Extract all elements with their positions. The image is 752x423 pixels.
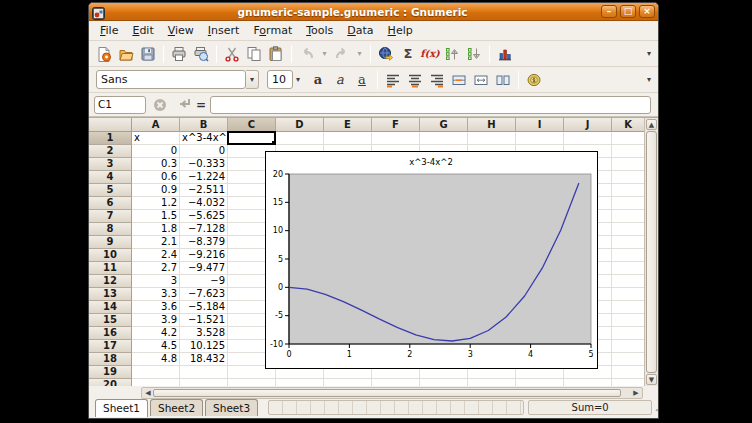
font-name-dropdown-icon[interactable]: ▾ xyxy=(246,70,259,89)
menu-tools[interactable]: Tools xyxy=(299,22,340,39)
cell-B10[interactable]: −9.216 xyxy=(180,249,228,262)
vertical-scroll-thumb[interactable] xyxy=(646,131,657,373)
maximize-button[interactable]: □ xyxy=(620,5,636,18)
cell-A9[interactable]: 2.1 xyxy=(132,236,180,249)
cell[interactable] xyxy=(612,314,644,327)
scroll-left-icon[interactable]: ◀ xyxy=(143,388,153,397)
column-header-E[interactable]: E xyxy=(324,118,372,132)
autosum-button[interactable]: Σ xyxy=(397,43,419,65)
cell-B14[interactable]: −5.184 xyxy=(180,301,228,314)
align-center-button[interactable] xyxy=(404,69,426,91)
row-header-16[interactable]: 16 xyxy=(89,327,132,340)
cell[interactable] xyxy=(324,379,372,386)
cell-B4[interactable]: −1.224 xyxy=(180,171,228,184)
print-button[interactable] xyxy=(168,43,190,65)
row-header-2[interactable]: 2 xyxy=(89,145,132,158)
paste-button[interactable] xyxy=(265,43,287,65)
cell-B2[interactable]: 0 xyxy=(180,145,228,158)
column-header-D[interactable]: D xyxy=(276,118,324,132)
cell-B3[interactable]: −0.333 xyxy=(180,158,228,171)
cell[interactable] xyxy=(612,288,644,301)
cell-B17[interactable]: 10.125 xyxy=(180,340,228,353)
cell[interactable] xyxy=(612,366,644,379)
italic-button[interactable]: a xyxy=(329,69,351,91)
print-preview-button[interactable] xyxy=(190,43,212,65)
underline-button[interactable]: a xyxy=(351,69,373,91)
cell[interactable] xyxy=(612,223,644,236)
redo-button[interactable] xyxy=(331,43,353,65)
cell-B18[interactable]: 18.432 xyxy=(180,353,228,366)
cell[interactable] xyxy=(516,132,564,145)
sort-descending-button[interactable] xyxy=(463,43,485,65)
cell[interactable] xyxy=(372,132,420,145)
undo-dropdown-icon[interactable]: ▾ xyxy=(318,43,331,65)
cell-A8[interactable]: 1.8 xyxy=(132,223,180,236)
cell-B13[interactable]: −7.623 xyxy=(180,288,228,301)
row-header-15[interactable]: 15 xyxy=(89,314,132,327)
cell[interactable] xyxy=(468,379,516,386)
fill-handle[interactable] xyxy=(272,141,276,145)
cell-A20[interactable] xyxy=(132,379,180,386)
open-button[interactable] xyxy=(115,43,137,65)
menu-view[interactable]: View xyxy=(161,22,201,39)
cell[interactable] xyxy=(612,158,644,171)
cell[interactable] xyxy=(420,379,468,386)
row-header-1[interactable]: 1 xyxy=(89,132,132,145)
cell[interactable] xyxy=(612,210,644,223)
font-size-select[interactable]: 10 xyxy=(267,70,293,89)
row-header-9[interactable]: 9 xyxy=(89,236,132,249)
font-size-dropdown-icon[interactable]: ▾ xyxy=(293,75,303,84)
cell[interactable] xyxy=(564,379,612,386)
cell-A13[interactable]: 3.3 xyxy=(132,288,180,301)
split-merge-button[interactable] xyxy=(492,69,514,91)
cell-A18[interactable]: 4.8 xyxy=(132,353,180,366)
menu-edit[interactable]: Edit xyxy=(125,22,160,39)
menu-format[interactable]: Format xyxy=(246,22,299,39)
row-header-19[interactable]: 19 xyxy=(89,366,132,379)
cell[interactable] xyxy=(612,301,644,314)
insert-chart-button[interactable] xyxy=(494,43,516,65)
enter-icon[interactable] xyxy=(174,95,194,115)
cell-B5[interactable]: −2.511 xyxy=(180,184,228,197)
bold-button[interactable]: a xyxy=(307,69,329,91)
cell-B6[interactable]: −4.032 xyxy=(180,197,228,210)
hyperlink-button[interactable] xyxy=(375,43,397,65)
cell-B16[interactable]: 3.528 xyxy=(180,327,228,340)
column-header-A[interactable]: A xyxy=(132,118,180,132)
horizontal-scroll-thumb[interactable] xyxy=(153,389,621,397)
vertical-scrollbar[interactable]: ▲ ▼ xyxy=(644,118,658,386)
close-button[interactable]: × xyxy=(639,5,655,18)
row-header-14[interactable]: 14 xyxy=(89,301,132,314)
sheet-tab-sheet2[interactable]: Sheet2 xyxy=(150,399,203,416)
row-header-17[interactable]: 17 xyxy=(89,340,132,353)
align-left-button[interactable] xyxy=(382,69,404,91)
equals-button[interactable]: = xyxy=(196,98,206,112)
cell[interactable] xyxy=(564,132,612,145)
cell-A6[interactable]: 1.2 xyxy=(132,197,180,210)
row-header-8[interactable]: 8 xyxy=(89,223,132,236)
row-header-13[interactable]: 13 xyxy=(89,288,132,301)
cell-A11[interactable]: 2.7 xyxy=(132,262,180,275)
save-button[interactable] xyxy=(137,43,159,65)
menu-file[interactable]: File xyxy=(93,22,125,39)
merge-cells-button[interactable] xyxy=(448,69,470,91)
cell[interactable] xyxy=(612,353,644,366)
cell-B20[interactable] xyxy=(180,379,228,386)
cell-B9[interactable]: −8.379 xyxy=(180,236,228,249)
function-button[interactable]: f(x) xyxy=(419,43,441,65)
cell-A15[interactable]: 3.9 xyxy=(132,314,180,327)
column-header-J[interactable]: J xyxy=(564,118,612,132)
scroll-right-icon[interactable]: ▶ xyxy=(631,388,641,397)
cell-A17[interactable]: 4.5 xyxy=(132,340,180,353)
row-header-11[interactable]: 11 xyxy=(89,262,132,275)
cell[interactable] xyxy=(612,197,644,210)
select-all-corner[interactable] xyxy=(89,118,132,132)
cell[interactable] xyxy=(276,132,324,145)
cell-A4[interactable]: 0.6 xyxy=(132,171,180,184)
cell-A10[interactable]: 2.4 xyxy=(132,249,180,262)
cell[interactable] xyxy=(372,379,420,386)
column-header-F[interactable]: F xyxy=(372,118,420,132)
cell-B8[interactable]: −7.128 xyxy=(180,223,228,236)
menu-help[interactable]: Help xyxy=(381,22,420,39)
row-header-5[interactable]: 5 xyxy=(89,184,132,197)
